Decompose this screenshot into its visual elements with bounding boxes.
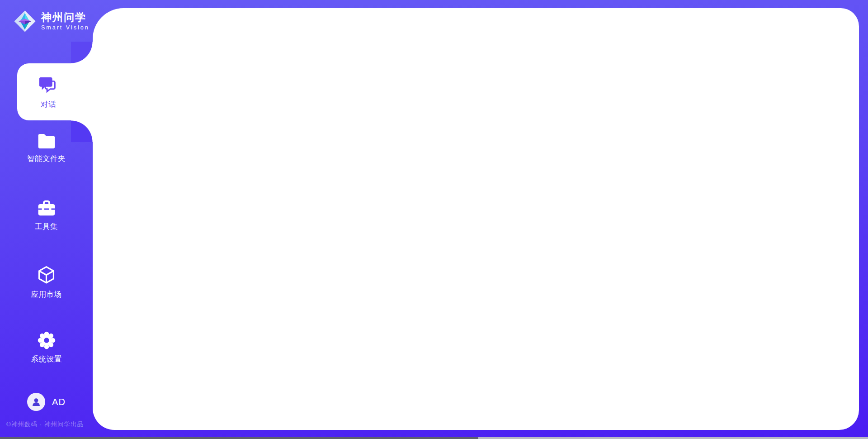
- gear-icon: [37, 331, 56, 350]
- horizontal-scrollbar[interactable]: [0, 437, 868, 439]
- person-icon: [31, 396, 42, 407]
- sidebar-item-label: 对话: [41, 100, 56, 110]
- sidebar-item-label: 工具集: [35, 222, 58, 232]
- toolbox-icon: [37, 200, 56, 217]
- main-panel: [93, 8, 859, 430]
- user-account[interactable]: AD: [0, 393, 93, 411]
- sidebar-item-label: 系统设置: [31, 354, 62, 364]
- chat-bubbles-icon: [38, 75, 59, 95]
- sidebar-item-smart-folder[interactable]: 智能文件夹: [0, 133, 93, 164]
- tab-fillet-top: [71, 42, 93, 63]
- copyright-footer: ©神州数码 · 神州问学出品: [6, 420, 84, 429]
- sidebar-item-label: 智能文件夹: [27, 154, 66, 164]
- scrollbar-thumb[interactable]: [0, 437, 478, 439]
- avatar: [27, 393, 45, 411]
- user-initials: AD: [52, 397, 66, 407]
- sidebar-item-settings[interactable]: 系统设置: [0, 331, 93, 364]
- folder-icon: [37, 133, 57, 149]
- diamond-logo-icon: [14, 10, 36, 33]
- brand-name: 神州问学: [41, 12, 90, 23]
- sidebar-item-label: 应用市场: [31, 290, 62, 300]
- brand-subtitle: Smart Vision: [41, 24, 90, 31]
- sidebar-item-chat[interactable]: 对话: [17, 63, 95, 120]
- brand-logo: 神州问学 Smart Vision: [14, 10, 90, 33]
- sidebar-item-toolset[interactable]: 工具集: [0, 200, 93, 232]
- sidebar-item-app-market[interactable]: 应用市场: [0, 265, 93, 300]
- cube-icon: [36, 265, 57, 285]
